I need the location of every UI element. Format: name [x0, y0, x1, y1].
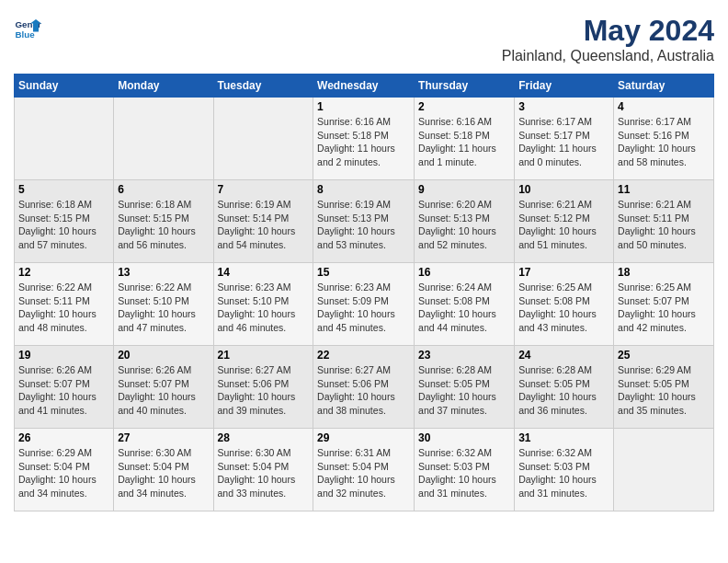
day-cell: 19Sunrise: 6:26 AMSunset: 5:07 PMDayligh… [15, 346, 114, 429]
column-header-sunday: Sunday [15, 75, 114, 98]
day-cell: 15Sunrise: 6:23 AMSunset: 5:09 PMDayligh… [313, 263, 415, 346]
day-number: 4 [618, 100, 710, 113]
day-info: Sunrise: 6:29 AMSunset: 5:04 PMDaylight:… [18, 446, 109, 500]
day-cell: 9Sunrise: 6:20 AMSunset: 5:13 PMDaylight… [415, 180, 515, 263]
column-header-tuesday: Tuesday [213, 75, 313, 98]
column-header-thursday: Thursday [415, 75, 515, 98]
column-header-saturday: Saturday [614, 75, 714, 98]
day-cell: 28Sunrise: 6:30 AMSunset: 5:04 PMDayligh… [213, 429, 313, 511]
day-cell: 27Sunrise: 6:30 AMSunset: 5:04 PMDayligh… [114, 429, 213, 511]
header-row: SundayMondayTuesdayWednesdayThursdayFrid… [15, 75, 714, 98]
day-info: Sunrise: 6:19 AMSunset: 5:14 PMDaylight:… [218, 198, 310, 252]
day-info: Sunrise: 6:17 AMSunset: 5:16 PMDaylight:… [618, 115, 710, 169]
day-cell: 30Sunrise: 6:32 AMSunset: 5:03 PMDayligh… [415, 429, 515, 511]
logo-icon: General Blue [14, 14, 41, 41]
day-number: 31 [518, 431, 609, 444]
day-info: Sunrise: 6:22 AMSunset: 5:10 PMDaylight:… [118, 281, 209, 335]
day-cell: 31Sunrise: 6:32 AMSunset: 5:03 PMDayligh… [515, 429, 614, 511]
day-cell: 6Sunrise: 6:18 AMSunset: 5:15 PMDaylight… [114, 180, 213, 263]
day-number: 15 [317, 266, 410, 279]
day-cell [15, 98, 114, 180]
day-info: Sunrise: 6:27 AMSunset: 5:06 PMDaylight:… [218, 363, 310, 418]
calendar-table: SundayMondayTuesdayWednesdayThursdayFrid… [14, 74, 714, 511]
day-cell: 16Sunrise: 6:24 AMSunset: 5:08 PMDayligh… [415, 263, 515, 346]
day-cell: 17Sunrise: 6:25 AMSunset: 5:08 PMDayligh… [515, 263, 614, 346]
day-info: Sunrise: 6:23 AMSunset: 5:09 PMDaylight:… [317, 281, 410, 335]
svg-text:Blue: Blue [16, 29, 36, 40]
day-cell: 1Sunrise: 6:16 AMSunset: 5:18 PMDaylight… [313, 98, 415, 180]
day-info: Sunrise: 6:16 AMSunset: 5:18 PMDaylight:… [317, 115, 410, 169]
page-header: General Blue May 2024 Plainland, Queensl… [14, 14, 714, 64]
column-header-friday: Friday [515, 75, 614, 98]
day-info: Sunrise: 6:31 AMSunset: 5:04 PMDaylight:… [317, 446, 410, 500]
day-cell: 25Sunrise: 6:29 AMSunset: 5:05 PMDayligh… [614, 346, 714, 429]
day-cell [114, 98, 213, 180]
day-info: Sunrise: 6:19 AMSunset: 5:13 PMDaylight:… [317, 198, 410, 252]
day-info: Sunrise: 6:18 AMSunset: 5:15 PMDaylight:… [18, 198, 109, 252]
page-subtitle: Plainland, Queensland, Australia [502, 48, 714, 64]
day-number: 26 [18, 431, 109, 444]
day-info: Sunrise: 6:23 AMSunset: 5:10 PMDaylight:… [218, 281, 310, 335]
day-number: 27 [118, 431, 209, 444]
day-info: Sunrise: 6:26 AMSunset: 5:07 PMDaylight:… [118, 363, 209, 418]
day-cell: 11Sunrise: 6:21 AMSunset: 5:11 PMDayligh… [614, 180, 714, 263]
day-info: Sunrise: 6:25 AMSunset: 5:07 PMDaylight:… [618, 281, 710, 335]
day-number: 1 [317, 100, 410, 113]
week-row-5: 26Sunrise: 6:29 AMSunset: 5:04 PMDayligh… [15, 429, 714, 511]
day-info: Sunrise: 6:32 AMSunset: 5:03 PMDaylight:… [418, 446, 510, 500]
day-number: 11 [618, 183, 710, 196]
day-info: Sunrise: 6:18 AMSunset: 5:15 PMDaylight:… [118, 198, 209, 252]
day-number: 6 [118, 183, 209, 196]
day-info: Sunrise: 6:21 AMSunset: 5:12 PMDaylight:… [518, 198, 609, 252]
day-info: Sunrise: 6:29 AMSunset: 5:05 PMDaylight:… [618, 363, 710, 418]
day-number: 29 [317, 431, 410, 444]
day-number: 25 [618, 349, 710, 362]
day-number: 18 [618, 266, 710, 279]
day-cell: 12Sunrise: 6:22 AMSunset: 5:11 PMDayligh… [15, 263, 114, 346]
week-row-2: 5Sunrise: 6:18 AMSunset: 5:15 PMDaylight… [15, 180, 714, 263]
day-cell: 26Sunrise: 6:29 AMSunset: 5:04 PMDayligh… [15, 429, 114, 511]
day-cell: 20Sunrise: 6:26 AMSunset: 5:07 PMDayligh… [114, 346, 213, 429]
day-number: 10 [518, 183, 609, 196]
day-cell: 23Sunrise: 6:28 AMSunset: 5:05 PMDayligh… [415, 346, 515, 429]
day-number: 16 [418, 266, 510, 279]
day-number: 7 [218, 183, 310, 196]
day-cell: 4Sunrise: 6:17 AMSunset: 5:16 PMDaylight… [614, 98, 714, 180]
week-row-3: 12Sunrise: 6:22 AMSunset: 5:11 PMDayligh… [15, 263, 714, 346]
page-title: May 2024 [502, 14, 714, 48]
day-info: Sunrise: 6:27 AMSunset: 5:06 PMDaylight:… [317, 363, 410, 418]
day-info: Sunrise: 6:30 AMSunset: 5:04 PMDaylight:… [118, 446, 209, 500]
day-cell: 14Sunrise: 6:23 AMSunset: 5:10 PMDayligh… [213, 263, 313, 346]
day-cell: 10Sunrise: 6:21 AMSunset: 5:12 PMDayligh… [515, 180, 614, 263]
day-cell: 29Sunrise: 6:31 AMSunset: 5:04 PMDayligh… [313, 429, 415, 511]
day-info: Sunrise: 6:24 AMSunset: 5:08 PMDaylight:… [418, 281, 510, 335]
day-cell [213, 98, 313, 180]
day-info: Sunrise: 6:28 AMSunset: 5:05 PMDaylight:… [518, 363, 609, 418]
day-number: 13 [118, 266, 209, 279]
day-info: Sunrise: 6:21 AMSunset: 5:11 PMDaylight:… [618, 198, 710, 252]
day-number: 9 [418, 183, 510, 196]
day-cell [614, 429, 714, 511]
day-number: 20 [118, 349, 209, 362]
day-number: 22 [317, 349, 410, 362]
day-cell: 8Sunrise: 6:19 AMSunset: 5:13 PMDaylight… [313, 180, 415, 263]
day-number: 2 [418, 100, 510, 113]
logo: General Blue [14, 14, 41, 41]
day-info: Sunrise: 6:16 AMSunset: 5:18 PMDaylight:… [418, 115, 510, 169]
day-cell: 5Sunrise: 6:18 AMSunset: 5:15 PMDaylight… [15, 180, 114, 263]
day-number: 24 [518, 349, 609, 362]
day-cell: 18Sunrise: 6:25 AMSunset: 5:07 PMDayligh… [614, 263, 714, 346]
week-row-1: 1Sunrise: 6:16 AMSunset: 5:18 PMDaylight… [15, 98, 714, 180]
day-number: 12 [18, 266, 109, 279]
title-block: May 2024 Plainland, Queensland, Australi… [502, 14, 714, 64]
day-number: 14 [218, 266, 310, 279]
day-number: 8 [317, 183, 410, 196]
day-cell: 13Sunrise: 6:22 AMSunset: 5:10 PMDayligh… [114, 263, 213, 346]
day-number: 3 [518, 100, 609, 113]
day-number: 5 [18, 183, 109, 196]
day-info: Sunrise: 6:20 AMSunset: 5:13 PMDaylight:… [418, 198, 510, 252]
day-info: Sunrise: 6:28 AMSunset: 5:05 PMDaylight:… [418, 363, 510, 418]
day-cell: 21Sunrise: 6:27 AMSunset: 5:06 PMDayligh… [213, 346, 313, 429]
day-number: 19 [18, 349, 109, 362]
day-number: 23 [418, 349, 510, 362]
